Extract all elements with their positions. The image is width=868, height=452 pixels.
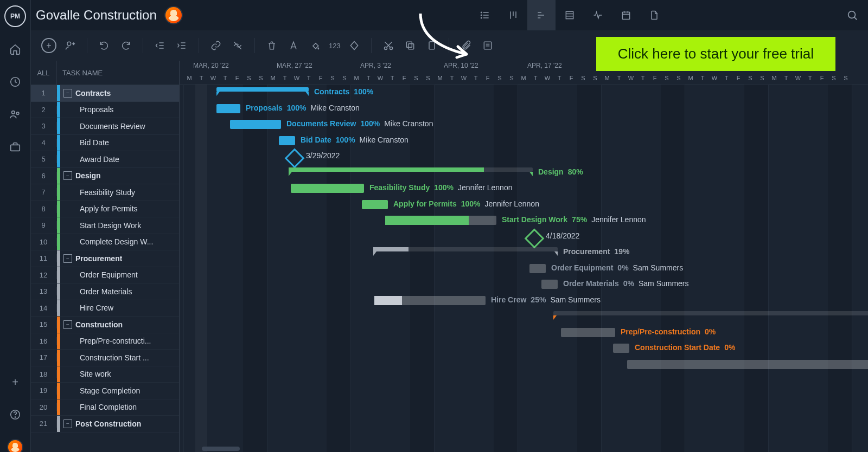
day-label: F: [816, 75, 828, 81]
bar-label: Design 80%: [538, 167, 583, 176]
tool-copy-icon[interactable]: [402, 37, 418, 54]
bar-label: Construction Start Date 0%: [635, 343, 735, 352]
task-bar[interactable]: [216, 104, 240, 113]
task-row[interactable]: 20Final Completion: [30, 399, 179, 416]
bar-percent-label: 0%: [617, 263, 628, 272]
collapse-toggle-icon[interactable]: −: [63, 320, 72, 329]
view-calendar-icon[interactable]: [612, 0, 640, 30]
task-bar[interactable]: [613, 344, 629, 353]
bar-percent-label: 75%: [572, 215, 587, 224]
task-row[interactable]: 6−Design: [30, 168, 179, 185]
collapse-toggle-icon[interactable]: −: [63, 419, 72, 428]
task-row[interactable]: 17Construction Start ...: [30, 350, 179, 366]
column-task-name[interactable]: TASK NAME: [57, 61, 179, 85]
summary-bar[interactable]: [373, 247, 558, 251]
horizontal-scrollbar[interactable]: [180, 447, 868, 451]
row-color-tag: [57, 118, 60, 134]
tool-undo-icon[interactable]: [96, 37, 112, 54]
task-bar[interactable]: [230, 120, 281, 129]
row-number: 19: [30, 386, 57, 395]
row-color-tag: [57, 102, 60, 118]
task-row[interactable]: 7Feasibility Study: [30, 184, 179, 201]
nav-profile-avatar[interactable]: [0, 437, 30, 452]
task-row[interactable]: 13Order Materials: [30, 283, 179, 300]
tool-number-label[interactable]: 123: [329, 42, 341, 50]
tool-add-icon[interactable]: +: [41, 38, 56, 53]
view-activity-icon[interactable]: [584, 0, 612, 30]
view-board-icon[interactable]: [499, 0, 527, 30]
view-sheet-icon[interactable]: [556, 0, 584, 30]
day-label: M: [518, 75, 529, 81]
tool-font-icon[interactable]: [285, 37, 302, 54]
task-row[interactable]: 21−Post Construction: [30, 416, 179, 432]
tool-redo-icon[interactable]: [118, 37, 134, 54]
nav-home-icon[interactable]: [0, 39, 30, 60]
task-row[interactable]: 19Stage Completion: [30, 383, 179, 399]
nav-team-icon[interactable]: [0, 104, 30, 125]
task-row[interactable]: 1−Contracts: [30, 85, 179, 102]
task-bar[interactable]: [279, 136, 295, 145]
task-row[interactable]: 11−Procurement: [30, 250, 179, 267]
tool-delete-icon[interactable]: [264, 37, 280, 54]
task-row[interactable]: 14Hire Crew: [30, 300, 179, 317]
view-gantt-icon[interactable]: [527, 0, 556, 30]
scrollbar-thumb[interactable]: [202, 447, 240, 451]
column-all[interactable]: ALL: [30, 61, 57, 85]
app-logo[interactable]: PM: [4, 5, 26, 27]
summary-bar[interactable]: [289, 167, 533, 172]
cta-banner[interactable]: Click here to start your free trial: [596, 37, 835, 71]
task-row[interactable]: 15−Construction: [30, 317, 179, 333]
task-row[interactable]: 3Documents Review: [30, 118, 179, 135]
task-row[interactable]: 18Site work: [30, 366, 179, 383]
task-bar[interactable]: [385, 216, 496, 225]
view-files-icon[interactable]: [640, 0, 668, 30]
summary-bar[interactable]: [553, 311, 868, 315]
tool-outdent-icon[interactable]: [152, 37, 168, 54]
tool-indent-icon[interactable]: [174, 37, 190, 54]
collapse-toggle-icon[interactable]: −: [63, 171, 72, 180]
tool-link-icon[interactable]: [208, 37, 224, 54]
task-row[interactable]: 16Prep/Pre-constructi...: [30, 333, 179, 350]
day-label: W: [625, 75, 637, 81]
task-row[interactable]: 10Complete Design W...: [30, 234, 179, 251]
row-number: 4: [30, 139, 57, 147]
search-button[interactable]: [846, 0, 858, 30]
task-row[interactable]: 4Bid Date: [30, 135, 179, 152]
nav-help-icon[interactable]: [0, 404, 30, 425]
summary-bar[interactable]: [216, 87, 309, 92]
day-label: W: [792, 75, 804, 81]
task-row[interactable]: 5Award Date: [30, 151, 179, 168]
task-name-label: Stage Completion: [80, 386, 140, 395]
task-bar[interactable]: [541, 280, 558, 289]
day-label: S: [494, 75, 506, 81]
task-row[interactable]: 8Apply for Permits: [30, 201, 179, 218]
tool-milestone-icon[interactable]: [346, 37, 362, 54]
tool-cut-icon[interactable]: [380, 37, 397, 54]
task-name-label: Construction Start ...: [80, 353, 149, 362]
nav-recent-icon[interactable]: [0, 72, 30, 92]
task-bar[interactable]: [291, 184, 364, 193]
tool-assign-icon[interactable]: [62, 37, 78, 54]
task-bar[interactable]: [362, 200, 388, 209]
collapse-toggle-icon[interactable]: −: [63, 89, 72, 98]
row-number: 8: [30, 205, 57, 213]
task-row[interactable]: 2Proposals: [30, 102, 179, 119]
content-area: ALL TASK NAME 1−Contracts2Proposals3Docu…: [30, 61, 868, 452]
task-row[interactable]: 12Order Equipment: [30, 267, 179, 284]
task-bar[interactable]: [374, 296, 486, 305]
task-row[interactable]: 9Start Design Work: [30, 217, 179, 234]
tool-fill-icon[interactable]: [307, 37, 323, 54]
project-owner-avatar[interactable]: [164, 6, 183, 24]
nav-briefcase-icon[interactable]: [0, 137, 30, 157]
day-label: T: [637, 75, 649, 81]
bar-percent-label: 19%: [614, 247, 629, 256]
bar-percent-label: 100%: [336, 135, 355, 144]
nav-add-icon[interactable]: +: [0, 372, 30, 392]
tool-unlink-icon[interactable]: [229, 37, 246, 54]
bar-assignee-label: Sam Summers: [639, 279, 689, 288]
day-label: S: [589, 75, 601, 81]
task-bar[interactable]: [627, 360, 868, 369]
task-bar[interactable]: [529, 264, 546, 273]
task-bar[interactable]: [561, 328, 615, 337]
collapse-toggle-icon[interactable]: −: [63, 254, 72, 263]
